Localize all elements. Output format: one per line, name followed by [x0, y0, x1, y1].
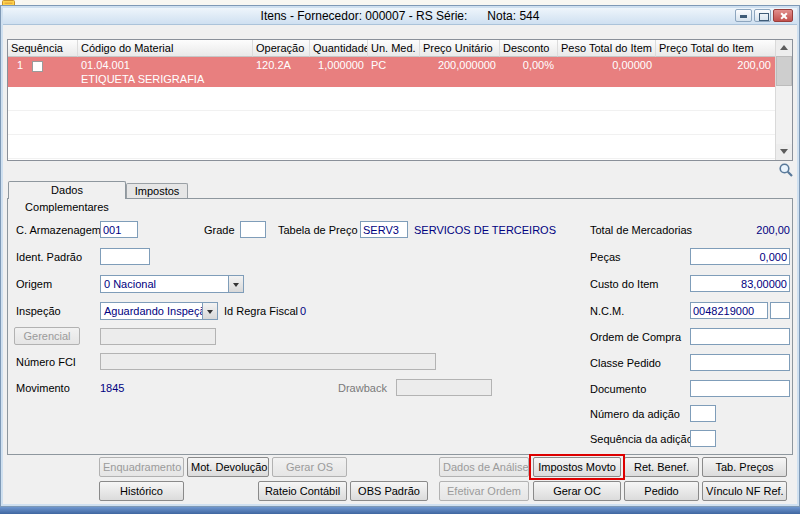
grade-label: Grade [204, 224, 235, 236]
tabela-preco-input[interactable] [360, 221, 408, 238]
inspecao-value: Aguardando Inspeção [104, 305, 212, 317]
cell-preco-unitario: 200,000000 [438, 59, 496, 71]
documento-input[interactable] [690, 380, 790, 397]
tabela-preco-label: Tabela de Preço [278, 224, 358, 236]
scrollbar-thumb[interactable] [776, 56, 792, 86]
gerar-oc-button[interactable]: Gerar OC [533, 481, 621, 501]
maximize-icon [755, 10, 770, 21]
movimento-value: 1845 [100, 382, 124, 394]
titlebar[interactable]: Itens - Fornecedor: 000007 - RS Série: N… [3, 8, 797, 25]
close-icon [774, 10, 792, 21]
cell-codigo-material: 01.04.001 [81, 59, 130, 71]
tab-precos-button[interactable]: Tab. Preços [702, 457, 787, 477]
custo-item-input[interactable] [690, 275, 790, 292]
tab-dados-complementares[interactable]: Dados Complementares [8, 181, 126, 199]
grade-input[interactable] [240, 221, 266, 238]
tabela-preco-description: SERVICOS DE TERCEIROS [414, 224, 556, 236]
sequencia-adicao-input[interactable] [690, 430, 716, 447]
ncm-input[interactable] [690, 302, 768, 319]
custo-item-label: Custo do Item [590, 278, 658, 290]
col-header-desconto[interactable]: Desconto [500, 40, 558, 57]
mot-devolucao-button[interactable]: Mot. Devolução [187, 457, 269, 477]
col-header-preco-unitario[interactable]: Preço Unitário [420, 40, 500, 57]
obs-padrao-button[interactable]: OBS Padrão [350, 481, 428, 501]
empty-row [8, 87, 775, 111]
close-button[interactable] [773, 9, 793, 22]
window-controls [735, 9, 794, 23]
col-header-preco-total[interactable]: Preço Total do Item [656, 40, 775, 57]
minimize-icon [736, 10, 751, 21]
enquadramento-button: Enquadramento [99, 457, 184, 477]
historico-button[interactable]: Histórico [99, 481, 184, 501]
ordem-compra-label: Ordem de Compra [590, 331, 681, 343]
col-header-codigo-material[interactable]: Código do Material [78, 40, 253, 57]
numero-fci-label: Número FCI [16, 356, 76, 368]
efetivar-ordem-button: Efetivar Ordem [439, 481, 529, 501]
ordem-compra-input[interactable] [690, 328, 790, 345]
movimento-label: Movimento [16, 382, 70, 394]
numero-fci-input [100, 353, 436, 370]
id-regra-fiscal-value: 0 [300, 305, 306, 317]
screen: Itens - Fornecedor: 000007 - RS Série: N… [0, 0, 800, 514]
magnifier-icon[interactable] [778, 162, 794, 178]
classe-pedido-label: Classe Pedido [590, 357, 661, 369]
cell-operacao: 120.2A [256, 59, 291, 71]
col-header-operacao[interactable]: Operação [253, 40, 310, 57]
empty-row [8, 135, 775, 159]
total-mercadorias-value: 200,00 [690, 224, 790, 236]
maximize-button[interactable] [754, 9, 771, 22]
dados-complementares-panel: C. Armazenagem Grade Tabela de Preço SER… [7, 198, 793, 455]
tab-impostos[interactable]: Impostos [126, 183, 188, 199]
col-header-peso-total[interactable]: Peso Total do Item [558, 40, 656, 57]
minimize-button[interactable] [735, 9, 752, 22]
pecas-input[interactable] [690, 248, 790, 265]
window-title: Itens - Fornecedor: 000007 - RS Série: N… [261, 9, 540, 23]
ident-padrao-label: Ident. Padrão [16, 251, 82, 263]
drawback-label: Drawback [338, 382, 387, 394]
scroll-down-button[interactable] [776, 144, 792, 160]
cell-desconto: 0,00% [523, 59, 554, 71]
ident-padrao-input[interactable] [100, 248, 150, 265]
inspecao-select[interactable]: Aguardando Inspeção [100, 302, 218, 320]
inspecao-label: Inspeção [16, 305, 61, 317]
c-armazenagem-label: C. Armazenagem [16, 224, 101, 236]
c-armazenagem-input[interactable] [100, 221, 138, 238]
ncm-label: N.C.M. [590, 305, 624, 317]
gerar-os-button: Gerar OS [272, 457, 347, 477]
pedido-button[interactable]: Pedido [624, 481, 699, 501]
origem-dropdown-button [228, 276, 243, 292]
vinculo-nf-ref-button[interactable]: Vínculo NF Ref. [702, 481, 787, 501]
gerencial-input [100, 328, 216, 345]
origem-select[interactable]: 0 Nacional [100, 275, 244, 293]
total-mercadorias-label: Total de Mercadorias [590, 224, 692, 236]
inspecao-dropdown-button [202, 303, 217, 319]
cell-un-med: PC [371, 59, 386, 71]
pecas-label: Peças [590, 251, 621, 263]
table-row[interactable]: 1 01.04.001 ETIQUETA SERIGRAFIA 120.2A 1… [8, 57, 775, 87]
rateio-contabil-button[interactable]: Rateio Contábil [258, 481, 347, 501]
row-checkbox[interactable] [32, 61, 43, 72]
annotation-highlight [529, 454, 625, 480]
cell-sequencia: 1 [17, 59, 23, 71]
cell-descricao: ETIQUETA SERIGRAFIA [81, 73, 204, 85]
numero-adicao-input[interactable] [690, 405, 716, 422]
col-header-quantidade[interactable]: Quantidade [310, 40, 368, 57]
drawback-input [396, 379, 492, 396]
ret-benef-button[interactable]: Ret. Benef. [624, 457, 699, 477]
sequencia-adicao-label: Sequência da adição [590, 433, 693, 445]
cell-preco-total: 200,00 [737, 59, 771, 71]
col-header-sequencia[interactable]: Sequência [8, 40, 78, 57]
origem-value: 0 Nacional [104, 278, 156, 290]
ncm-extra-input[interactable] [770, 302, 790, 319]
id-regra-fiscal-label: Id Regra Fiscal [224, 305, 298, 317]
scroll-up-button[interactable] [776, 40, 792, 56]
col-header-un-med[interactable]: Un. Med. [368, 40, 420, 57]
cell-peso-total: 0,00000 [612, 59, 652, 71]
classe-pedido-input[interactable] [690, 354, 790, 371]
cell-quantidade: 1,000000 [318, 59, 364, 71]
taskbar-strip [0, 507, 800, 514]
vertical-scrollbar[interactable] [775, 40, 792, 160]
documento-label: Documento [590, 383, 646, 395]
items-grid: Sequência Código do Material Operação Qu… [7, 39, 793, 161]
dados-de-analise-button: Dados de Análise [439, 457, 529, 477]
